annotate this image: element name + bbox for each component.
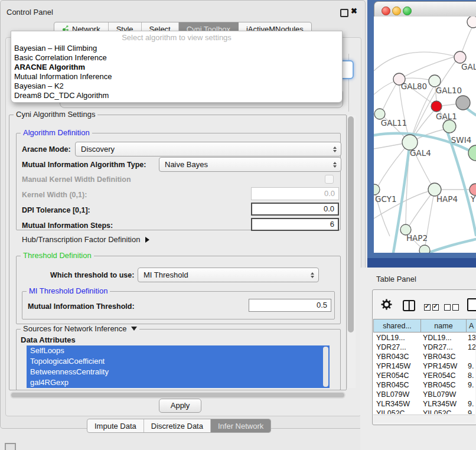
- collapsed-panel-icon[interactable]: [5, 443, 16, 450]
- spinner-arrows-icon: [333, 162, 337, 168]
- algorithm-dropdown-popup: Select algorithm to view settings Bayesi…: [11, 31, 343, 103]
- node-label: GAL: [461, 62, 476, 71]
- table-row[interactable]: YBL079W YBL079W: [373, 390, 475, 399]
- list-item[interactable]: BetweennessCentrality: [27, 367, 330, 377]
- network-node[interactable]: [467, 17, 476, 28]
- column-layout-icon[interactable]: [403, 300, 415, 311]
- column-header[interactable]: A: [467, 319, 476, 332]
- settings-scrollbar-thumb[interactable]: [348, 116, 354, 332]
- manual-kernel-checkbox[interactable]: [325, 175, 334, 184]
- node-label: SWI4: [451, 135, 472, 145]
- network-node[interactable]: [468, 145, 476, 161]
- table-row[interactable]: YDR27... YDR27... 12: [373, 343, 475, 352]
- table-panel-title: Table Panel: [376, 275, 416, 283]
- algorithm-option[interactable]: Mutual Information Inference: [11, 72, 342, 81]
- dpi-tolerance-label: DPI Tolerance [0,1]:: [22, 206, 90, 214]
- deselect-all-checkboxes-icon[interactable]: [444, 302, 461, 313]
- table-row[interactable]: YBR045C YBR045C 9.: [373, 380, 475, 390]
- kernel-width-field[interactable]: 0.0: [251, 187, 339, 200]
- network-node[interactable]: [443, 120, 456, 133]
- network-node[interactable]: [431, 101, 442, 112]
- node-label: GAL80: [401, 81, 427, 91]
- aracne-mode-select[interactable]: Discovery: [75, 142, 341, 156]
- list-item[interactable]: SelfLoops: [27, 345, 330, 356]
- data-attributes-label: Data Attributes: [21, 335, 76, 344]
- aracne-mode-label: Aracne Mode:: [22, 145, 71, 154]
- network-window-titlebar[interactable]: [374, 1, 476, 18]
- table-row[interactable]: YBR043C YBR043C: [373, 352, 475, 361]
- network-node[interactable]: [419, 245, 430, 253]
- table-header-row: shared... name A: [373, 319, 476, 332]
- node-label: GAL4: [410, 148, 431, 158]
- tab-discretize-data[interactable]: Discretize Data: [144, 419, 211, 432]
- table-row[interactable]: YDL19... YDL19... 13: [373, 333, 475, 343]
- algorithm-options-list: Bayesian – Hill ClimbingBasic Correlatio…: [11, 44, 342, 100]
- node-label: HAP4: [436, 194, 458, 204]
- float-window-icon[interactable]: [340, 9, 348, 17]
- network-canvas[interactable]: GALGAL80GAL10GAL1GAL11SWI4GAL4GCY1HAP4YH…: [374, 17, 476, 253]
- expand-right-icon: [145, 237, 149, 243]
- spinner-arrows-icon: [333, 146, 337, 152]
- apply-button[interactable]: Apply: [159, 399, 201, 413]
- column-header[interactable]: name: [421, 319, 467, 332]
- table-horizontal-scrollbar[interactable]: [373, 415, 475, 423]
- table-row[interactable]: YLR345W YLR345W 9.: [373, 399, 475, 409]
- mi-threshold-field[interactable]: 0.5: [249, 299, 331, 312]
- node-label: GAL1: [436, 112, 457, 121]
- settings-hscrollbar-thumb[interactable]: [11, 393, 344, 397]
- minimize-traffic-light-icon[interactable]: [392, 6, 401, 15]
- threshold-definition-title: Threshold Definition: [21, 252, 94, 260]
- which-threshold-select[interactable]: MI Threshold: [138, 268, 319, 282]
- table-row[interactable]: YIL052C YIL052C 9: [373, 409, 475, 414]
- mi-steps-field[interactable]: 6: [251, 218, 339, 231]
- close-icon[interactable]: ✖: [351, 6, 357, 15]
- hub-tf-definition-toggle[interactable]: Hub/Transcription Factor Definition: [22, 235, 149, 244]
- kernel-width-label: Kernel Width (0,1):: [22, 191, 87, 199]
- cyni-bottom-tabs: Impute Data Discretize Data Infer Networ…: [87, 419, 271, 433]
- list-item[interactable]: gal4RGexp: [27, 377, 330, 388]
- collapse-down-icon: [131, 327, 137, 331]
- select-all-checkboxes-icon[interactable]: [424, 302, 441, 313]
- dpi-tolerance-field[interactable]: 0.0: [251, 203, 339, 216]
- table-row[interactable]: YPR145W YPR145W 9.: [373, 361, 475, 371]
- dropdown-prompt: Select algorithm to view settings: [11, 31, 342, 44]
- network-node[interactable]: [374, 184, 380, 195]
- data-attributes-list[interactable]: SelfLoopsTopologicalCoefficientBetweenne…: [27, 345, 330, 388]
- tab-impute-data[interactable]: Impute Data: [87, 419, 144, 432]
- network-node[interactable]: [456, 96, 470, 110]
- mi-threshold-group-title: MI Threshold Definition: [27, 287, 110, 295]
- manual-kernel-label: Manual Kernel Width Definition: [22, 175, 131, 184]
- network-node[interactable]: [454, 51, 466, 63]
- panel-title: Control Panel: [6, 8, 53, 17]
- node-label: Y: [470, 194, 476, 204]
- sources-group-title[interactable]: Sources for Network Inference: [21, 325, 139, 333]
- network-svg: GALGAL80GAL10GAL1GAL11SWI4GAL4GCY1HAP4YH…: [374, 17, 476, 253]
- node-label: HAP2: [406, 233, 428, 243]
- algorithm-definition-title: Algorithm Definition: [21, 129, 92, 137]
- mi-type-select[interactable]: Naive Bayes: [159, 157, 341, 172]
- algorithm-option[interactable]: Basic Correlation Inference: [11, 53, 342, 63]
- gear-icon[interactable]: [381, 299, 392, 312]
- column-header[interactable]: shared...: [373, 319, 421, 332]
- table-body[interactable]: YDL19... YDL19... 13 YDR27... YDR27... 1…: [373, 333, 475, 414]
- table-row[interactable]: YER054C YER054C 8.: [373, 371, 475, 380]
- desktop-band: [367, 258, 476, 268]
- algorithm-option[interactable]: Bayesian – Hill Climbing: [11, 44, 342, 53]
- node-label: GAL11: [381, 118, 407, 128]
- node-label: GAL10: [436, 86, 462, 95]
- node-label: GCY1: [375, 194, 397, 204]
- algorithm-option[interactable]: Dream8 DC_TDC Algorithm: [11, 91, 342, 100]
- close-traffic-light-icon[interactable]: [382, 6, 390, 15]
- network-node[interactable]: [429, 75, 441, 87]
- mi-type-label: Mutual Information Algorithm Type:: [22, 161, 146, 169]
- tab-infer-network[interactable]: Infer Network: [211, 419, 270, 432]
- zoom-traffic-light-icon[interactable]: [403, 6, 412, 15]
- list-scrollbar[interactable]: [323, 347, 328, 387]
- algorithm-option[interactable]: ARACNE Algorithm: [11, 63, 342, 72]
- network-node[interactable]: [470, 184, 476, 195]
- mi-threshold-label: Mutual Information Threshold:: [28, 302, 135, 311]
- which-threshold-label: Which threshold to use:: [50, 271, 134, 279]
- document-icon[interactable]: [467, 298, 476, 311]
- algorithm-option[interactable]: Bayesian – K2: [11, 81, 342, 91]
- list-item[interactable]: TopologicalCoefficient: [27, 356, 330, 367]
